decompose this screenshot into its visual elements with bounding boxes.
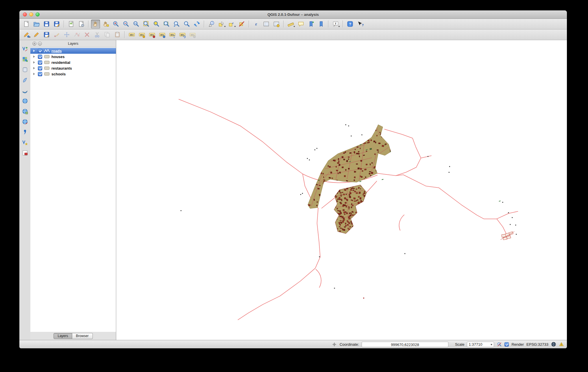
cut-features-button[interactable] <box>93 30 101 39</box>
add-feature-button[interactable] <box>52 30 61 39</box>
pan-to-selection-button[interactable] <box>101 20 110 29</box>
zoom-to-selection-button[interactable] <box>152 20 161 29</box>
pan-map-button[interactable] <box>91 20 100 29</box>
whats-this-button[interactable]: ? <box>356 20 365 29</box>
panel-close-button[interactable]: × <box>32 42 36 46</box>
new-composer-button[interactable] <box>66 20 75 29</box>
layers-panel-header[interactable]: × ◦ Layers <box>30 40 116 47</box>
panel-tab-layers[interactable]: Layers <box>53 333 72 339</box>
layer-checkbox[interactable] <box>38 55 42 59</box>
coordinate-label: Coordinate: <box>340 342 359 347</box>
add-postgis-layer-button[interactable] <box>21 66 29 74</box>
delete-selected-button[interactable] <box>82 30 91 39</box>
move-feature-button[interactable] <box>62 30 71 39</box>
label-show-button[interactable]: abc <box>158 30 167 39</box>
label-properties-button[interactable]: abc <box>188 30 197 39</box>
composer-manager-button[interactable] <box>77 20 86 29</box>
node-tool-button[interactable] <box>72 30 81 39</box>
refresh-button[interactable] <box>192 20 201 29</box>
add-vector-layer-button[interactable] <box>21 45 29 53</box>
layer-row-houses[interactable]: houses <box>30 54 116 59</box>
add-wfs-layer-button[interactable] <box>21 118 29 126</box>
add-spatialite-layer-button[interactable] <box>21 76 29 84</box>
layer-checkbox[interactable] <box>38 72 42 76</box>
measure-button[interactable] <box>286 20 295 29</box>
select-by-expression-button[interactable]: ε <box>227 20 236 29</box>
show-bookmarks-button[interactable] <box>317 20 326 29</box>
scale-combo[interactable]: 1:37710 <box>467 342 494 347</box>
new-project-button[interactable] <box>22 20 31 29</box>
attribute-table-button[interactable] <box>262 20 271 29</box>
remove-layer-icon <box>22 150 28 156</box>
layer-checkbox[interactable] <box>38 66 42 70</box>
layer-row-roads[interactable]: roads <box>30 48 116 54</box>
current-edits-button[interactable] <box>22 30 31 39</box>
copy-features-button[interactable] <box>103 30 112 39</box>
add-mssql-layer-button[interactable] <box>21 86 29 95</box>
labeling-icon: abc <box>128 31 135 38</box>
add-wcs-layer-button[interactable] <box>21 107 29 116</box>
zoom-next-button[interactable] <box>182 20 191 29</box>
label-move-button[interactable]: abc <box>168 30 177 39</box>
identify-button[interactable]: i <box>207 20 216 29</box>
messages-log-button[interactable] <box>559 342 564 347</box>
magnifier-icon[interactable] <box>497 342 502 347</box>
new-shapefile-layer-button[interactable] <box>21 138 29 147</box>
crs-status-button[interactable] <box>551 342 556 347</box>
qgis-window: QGIS 2.0.1-Dufour – analysis 1:1iεεT?? a… <box>19 10 567 348</box>
save-project-button[interactable] <box>42 20 51 29</box>
zoom-out-button[interactable] <box>121 20 130 29</box>
layer-row-residential[interactable]: residential <box>30 59 116 65</box>
map-tips-button[interactable] <box>296 20 305 29</box>
paste-features-button[interactable] <box>113 30 122 39</box>
layer-checkbox[interactable] <box>38 60 42 65</box>
map-graphics <box>116 40 567 340</box>
help-button[interactable]: ? <box>345 20 354 29</box>
map-canvas[interactable] <box>116 40 567 340</box>
zoom-to-layer-button[interactable] <box>162 20 171 29</box>
zoom-in-button[interactable] <box>111 20 120 29</box>
field-expression-button[interactable]: ε <box>252 20 260 29</box>
zoom-native-button[interactable]: 1:1 <box>132 20 140 29</box>
title-bar[interactable]: QGIS 2.0.1-Dufour – analysis <box>19 10 567 19</box>
layer-row-restaurants[interactable]: restaurants <box>30 65 116 71</box>
toggle-editing-button[interactable] <box>32 30 41 39</box>
save-project-as-button[interactable] <box>52 20 61 29</box>
select-features-button[interactable] <box>217 20 226 29</box>
coordinate-input[interactable]: 999670,6223028 <box>362 342 448 347</box>
expand-icon[interactable] <box>33 61 36 64</box>
label-pin-button[interactable]: abc <box>137 30 146 39</box>
expand-icon[interactable] <box>33 73 36 75</box>
new-bookmark-button[interactable] <box>306 20 315 29</box>
add-wms-layer-button[interactable] <box>21 97 29 105</box>
label-rotate-button[interactable]: abc <box>178 30 187 39</box>
add-raster-layer-button[interactable] <box>21 55 29 64</box>
deselect-all-button[interactable] <box>237 20 246 29</box>
add-delimited-text-layer-button[interactable] <box>21 128 29 136</box>
text-annotation-button[interactable]: T <box>331 20 340 29</box>
label-red-button[interactable]: abc <box>147 30 156 39</box>
toolbar-separator <box>124 31 125 38</box>
copy-features-icon <box>104 31 111 38</box>
expand-icon[interactable] <box>33 55 36 58</box>
expand-icon[interactable] <box>33 67 36 69</box>
field-calculator-button[interactable] <box>272 20 281 29</box>
open-project-button[interactable] <box>32 20 41 29</box>
zoom-last-button[interactable] <box>172 20 181 29</box>
layer-label: schools <box>51 72 66 76</box>
expand-icon[interactable] <box>33 50 36 52</box>
layer-checkbox[interactable] <box>38 49 42 53</box>
save-layer-edits-button[interactable] <box>42 30 51 39</box>
close-button[interactable] <box>23 12 27 16</box>
svg-text:ε: ε <box>232 21 234 25</box>
labeling-button[interactable]: abc <box>127 30 136 39</box>
layer-row-schools[interactable]: schools <box>30 71 116 77</box>
zoom-window-button[interactable] <box>36 12 40 16</box>
remove-layer-button[interactable] <box>21 149 29 157</box>
panel-float-button[interactable]: ◦ <box>38 42 42 46</box>
minimize-button[interactable] <box>29 12 33 16</box>
zoom-full-button[interactable] <box>142 20 151 29</box>
render-checkbox[interactable] <box>504 342 509 347</box>
panel-tab-browser[interactable]: Browser <box>72 333 93 339</box>
render-label: Render <box>511 342 524 347</box>
